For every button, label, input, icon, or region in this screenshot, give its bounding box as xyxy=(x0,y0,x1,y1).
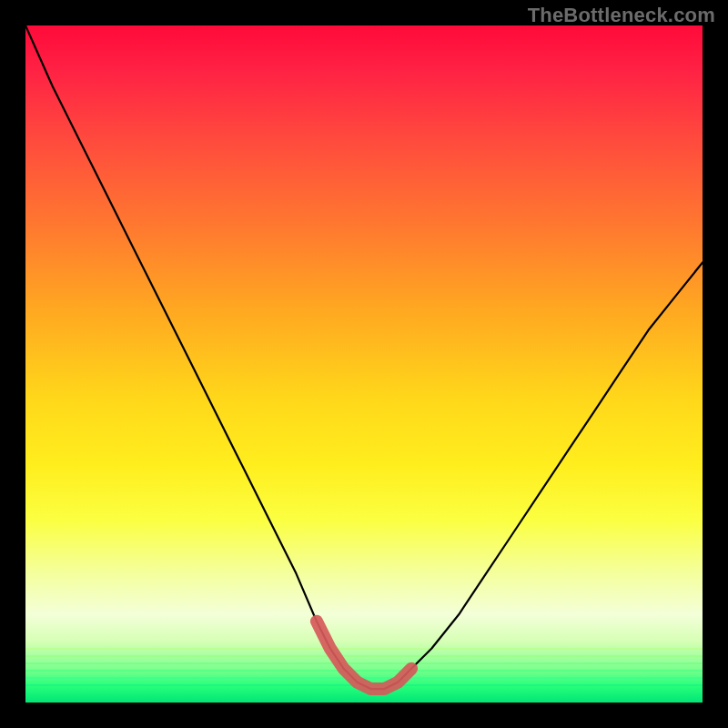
watermark-text: TheBottleneck.com xyxy=(528,4,715,27)
bottleneck-curve xyxy=(25,25,703,689)
chart-svg xyxy=(25,25,703,703)
plot-area xyxy=(25,25,703,703)
highlight-band xyxy=(317,622,411,689)
chart-frame: TheBottleneck.com xyxy=(0,0,728,728)
